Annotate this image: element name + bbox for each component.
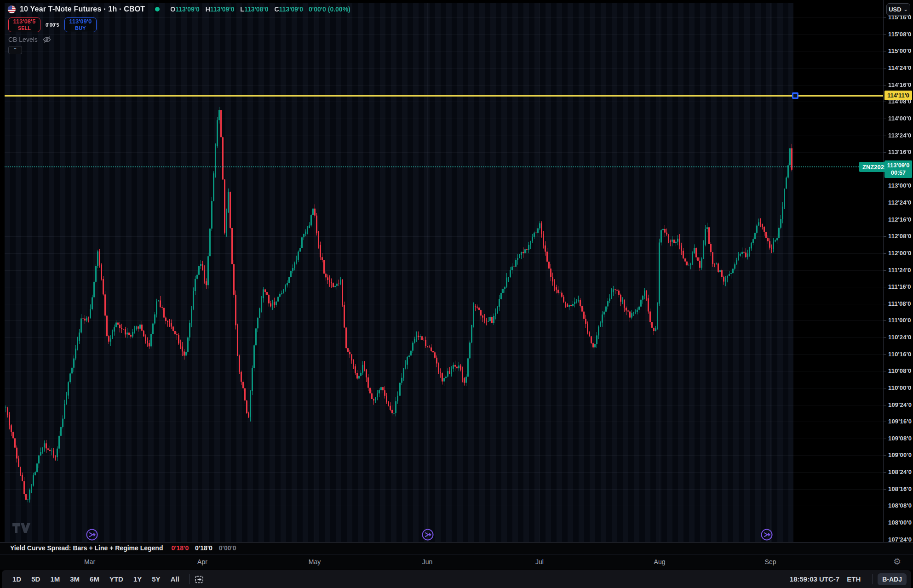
price-tick-label: 113'16'0 [888, 148, 911, 155]
lower-value-gray: 0'00'0 [219, 544, 236, 552]
high-key: H [206, 6, 210, 13]
price-tick-label: 109'08'0 [888, 435, 912, 442]
symbol-header: 10 Year T-Note Futures · 1h · CBOT O113'… [7, 4, 350, 15]
tick-dash [884, 17, 886, 18]
change-value: 0'00'0 (0.00%) [309, 6, 350, 13]
tick-dash [884, 472, 886, 473]
contract-rollover-icon[interactable] [86, 528, 98, 541]
price-tick-label: 112'24'0 [888, 199, 911, 206]
current-price-axis-label: 113'09'0 00:57 [884, 160, 912, 178]
tick-dash [884, 203, 886, 203]
tick-dash [884, 405, 886, 405]
price-tick-label: 114'16'0 [888, 81, 911, 88]
price-tick-label: 110'24'0 [888, 334, 911, 341]
tick-dash [884, 253, 886, 254]
trade-buttons: 113'08'5 SELL 0'00'5 113'09'0 BUY [8, 17, 97, 32]
high-value: 113'09'0 [210, 6, 235, 13]
tick-dash [884, 506, 886, 506]
tick-dash [884, 85, 886, 86]
go-to-date-button[interactable] [194, 574, 204, 584]
us-flag-icon [7, 5, 16, 14]
tick-dash [884, 152, 886, 153]
month-label: Jun [422, 558, 433, 565]
collapse-panel-button[interactable]: ⌃ [8, 46, 22, 54]
lower-value-bold: 0'18'0 [195, 544, 212, 552]
indicator-legend-row: CB Levels [8, 35, 52, 44]
tick-dash [884, 236, 886, 237]
contract-rollover-icon[interactable] [421, 528, 434, 541]
clock-display[interactable]: 18:59:03 UTC-7 [790, 575, 839, 583]
range-button-ytd[interactable]: YTD [104, 573, 128, 585]
range-button-6m[interactable]: 6M [85, 573, 104, 585]
month-label: Apr [197, 558, 207, 565]
range-button-5d[interactable]: 5D [26, 573, 45, 585]
market-status-dot-icon[interactable] [155, 7, 160, 11]
bid-ask-spread: 0'00'5 [46, 22, 59, 28]
sell-price: 113'08'5 [13, 18, 36, 25]
lower-value-red: 0'18'0 [171, 544, 189, 552]
time-axis[interactable]: MarAprMayJunJulAugSep [0, 554, 913, 570]
month-label: Aug [654, 558, 666, 565]
tick-dash [884, 540, 886, 540]
tick-dash [884, 51, 886, 51]
price-tick-label: 108'08'0 [888, 502, 912, 509]
currency-label: USD [889, 6, 901, 13]
tick-dash [884, 220, 886, 220]
ohlc-readout: O113'09'0 H113'09'0 L113'08'0 C113'09'0 … [166, 6, 350, 13]
price-tick-label: 111'24'0 [888, 267, 911, 274]
open-value: 113'09'0 [175, 6, 200, 13]
price-tick-label: 110'16'0 [888, 351, 911, 358]
price-tick-label: 108'00'0 [888, 519, 912, 526]
open-key: O [170, 6, 175, 13]
back-adjust-toggle[interactable]: B-ADJ [878, 573, 907, 585]
tradingview-logo-icon[interactable] [12, 522, 31, 533]
tick-dash [884, 34, 886, 35]
close-key: C [274, 6, 279, 13]
buy-label: BUY [75, 25, 86, 31]
tick-dash [884, 68, 886, 69]
price-tick-label: 115'00'0 [888, 47, 911, 54]
tick-dash [884, 354, 886, 355]
tick-dash [884, 304, 886, 304]
range-button-3m[interactable]: 3M [65, 573, 85, 585]
buy-button[interactable]: 113'09'0 BUY [64, 17, 97, 32]
price-tick-label: 112'00'0 [888, 250, 911, 257]
month-label: Sep [765, 558, 776, 565]
range-button-1d[interactable]: 1D [7, 573, 26, 585]
horizontal-price-line[interactable] [5, 95, 883, 97]
price-tick-label: 113'24'0 [888, 132, 911, 139]
price-tick-label: 111'16'0 [888, 283, 911, 290]
price-axis[interactable]: 115'16'0115'08'0115'00'0114'24'0114'16'0… [884, 0, 913, 554]
range-button-5y[interactable]: 5Y [147, 573, 165, 585]
price-tick-label: 114'24'0 [888, 64, 911, 71]
candlestick-chart[interactable] [5, 0, 793, 542]
range-button-1m[interactable]: 1M [45, 573, 65, 585]
calendar-arrow-icon [194, 574, 204, 584]
price-line-drag-handle[interactable] [792, 92, 798, 99]
sell-label: SELL [18, 25, 31, 31]
session-toggle[interactable]: ETH [847, 575, 861, 583]
sell-button[interactable]: 113'08'5 SELL [8, 17, 40, 32]
contract-rollover-icon[interactable] [760, 528, 773, 541]
tick-dash [884, 455, 886, 456]
tick-dash [884, 320, 886, 321]
eye-off-icon[interactable] [42, 35, 52, 44]
price-tick-label: 110'00'0 [888, 384, 911, 391]
lower-indicator-name[interactable]: Yield Curve Spread: Bars + Line + Regime… [10, 544, 163, 552]
price-line-axis-label: 114'11'0 [884, 91, 912, 100]
toolbar-divider [873, 574, 873, 584]
date-range-buttons: 1D5D1M3M6MYTD1Y5YAll [2, 573, 184, 585]
currency-dropdown[interactable]: USD ⌄ [886, 3, 910, 16]
tick-dash [884, 388, 886, 388]
tick-dash [884, 136, 886, 136]
toolbar-divider [189, 574, 189, 584]
range-button-1y[interactable]: 1Y [128, 573, 147, 585]
close-value: 113'09'0 [279, 6, 304, 13]
chevron-down-icon: ⌄ [904, 6, 908, 12]
price-tick-label: 110'08'0 [888, 367, 911, 374]
range-button-all[interactable]: All [166, 573, 184, 585]
symbol-title[interactable]: 10 Year T-Note Futures · 1h · CBOT [20, 5, 145, 13]
tick-dash [884, 102, 886, 102]
chart-settings-gear-icon[interactable]: ⚙ [893, 556, 901, 567]
indicator-name[interactable]: CB Levels [8, 36, 38, 43]
